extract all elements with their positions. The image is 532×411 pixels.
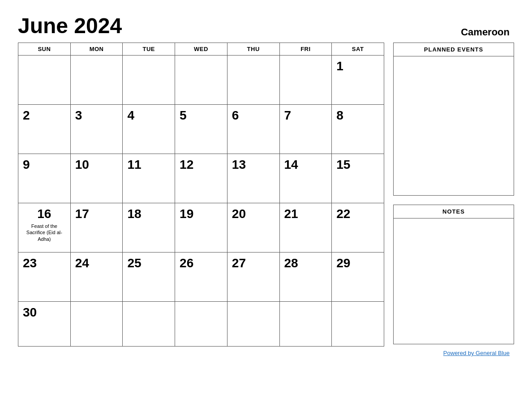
day-number: 23 [23, 256, 37, 270]
notes-box: NOTES [393, 205, 514, 344]
day-number: 13 [232, 158, 246, 172]
day-header-mon: MON [70, 43, 123, 56]
day-number: 30 [23, 305, 37, 320]
day-number: 24 [75, 256, 89, 270]
day-number: 12 [180, 158, 193, 172]
calendar-cell [70, 56, 123, 105]
calendar-cell: 23 [18, 253, 71, 302]
calendar-section: SUNMONTUEWEDTHUFRISAT 123456789101112131… [18, 43, 384, 347]
calendar-cell: 3 [70, 105, 123, 154]
month-title: June 2024 [18, 13, 122, 38]
calendar-cell: 21 [279, 203, 332, 253]
calendar-cell: 7 [279, 105, 332, 154]
calendar-cell: 22 [332, 203, 384, 253]
day-number: 29 [336, 256, 350, 270]
calendar-cell: 5 [175, 105, 227, 154]
day-number: 26 [180, 256, 193, 270]
day-number: 22 [336, 207, 350, 221]
day-number: 27 [232, 256, 246, 270]
day-number: 10 [75, 158, 89, 172]
day-number: 7 [284, 108, 292, 123]
notes-header: NOTES [394, 205, 514, 218]
planned-events-content [394, 56, 514, 195]
day-header-thu: THU [227, 43, 279, 56]
calendar-cell: 2 [18, 105, 71, 154]
calendar-cell: 20 [227, 203, 279, 253]
calendar-cell [332, 302, 384, 347]
day-header-sun: SUN [18, 43, 71, 56]
calendar-cell: 25 [123, 253, 175, 302]
day-number: 20 [232, 207, 246, 221]
day-number: 1 [336, 59, 343, 73]
page-header: June 2024 Cameroon [18, 13, 514, 38]
calendar-cell [70, 302, 123, 347]
calendar-cell: 30 [18, 302, 71, 347]
day-number: 4 [127, 108, 134, 123]
planned-events-box: PLANNED EVENTS [393, 43, 514, 196]
day-header-fri: FRI [279, 43, 332, 56]
calendar-cell [279, 302, 332, 347]
day-number: 28 [284, 256, 298, 270]
day-number: 8 [336, 108, 343, 123]
calendar-cell: 11 [123, 154, 175, 203]
day-number: 11 [127, 158, 141, 172]
day-number: 5 [180, 108, 187, 123]
day-number: 3 [75, 108, 82, 123]
calendar-cell: 10 [70, 154, 123, 203]
calendar-cell: 16Feast of the Sacrifice (Eid al-Adha) [18, 203, 71, 253]
day-number: 21 [284, 207, 298, 221]
day-number: 2 [23, 108, 30, 123]
calendar-cell [123, 56, 175, 105]
calendar-cell: 12 [175, 154, 227, 203]
calendar-cell: 1 [332, 56, 384, 105]
calendar-cell [175, 302, 227, 347]
calendar-cell: 18 [123, 203, 175, 253]
day-number: 25 [127, 256, 141, 270]
day-number: 14 [284, 158, 298, 172]
day-number: 9 [23, 158, 30, 172]
calendar-cell: 9 [18, 154, 71, 203]
calendar-cell: 28 [279, 253, 332, 302]
main-layout: SUNMONTUEWEDTHUFRISAT 123456789101112131… [18, 43, 514, 357]
powered-by-link[interactable]: Powered by General Blue [443, 350, 510, 356]
calendar-cell [227, 302, 279, 347]
calendar-cell: 6 [227, 105, 279, 154]
day-number: 16 [37, 207, 51, 221]
calendar-cell: 19 [175, 203, 227, 253]
day-header-wed: WED [175, 43, 227, 56]
calendar-cell [279, 56, 332, 105]
calendar-cell: 29 [332, 253, 384, 302]
calendar-cell: 26 [175, 253, 227, 302]
calendar-cell: 15 [332, 154, 384, 203]
calendar-cell: 4 [123, 105, 175, 154]
country-title: Cameroon [461, 26, 514, 38]
calendar-table: SUNMONTUEWEDTHUFRISAT 123456789101112131… [18, 43, 384, 347]
calendar-cell: 13 [227, 154, 279, 203]
calendar-cell [175, 56, 227, 105]
day-number: 17 [75, 207, 89, 221]
day-header-tue: TUE [123, 43, 175, 56]
calendar-cell [123, 302, 175, 347]
powered-by: Powered by General Blue [393, 349, 514, 357]
calendar-cell: 27 [227, 253, 279, 302]
day-number: 15 [336, 158, 350, 172]
day-header-sat: SAT [332, 43, 384, 56]
calendar-cell: 17 [70, 203, 123, 253]
sidebar: PLANNED EVENTS NOTES Powered by General … [393, 43, 514, 357]
notes-content [394, 218, 514, 344]
calendar-cell [227, 56, 279, 105]
day-number: 19 [180, 207, 193, 221]
day-number: 6 [232, 108, 239, 123]
calendar-cell [18, 56, 71, 105]
planned-events-header: PLANNED EVENTS [394, 43, 514, 56]
day-event: Feast of the Sacrifice (Eid al-Adha) [23, 223, 66, 242]
day-number: 18 [127, 207, 141, 221]
calendar-cell: 8 [332, 105, 384, 154]
calendar-cell: 14 [279, 154, 332, 203]
calendar-cell: 24 [70, 253, 123, 302]
